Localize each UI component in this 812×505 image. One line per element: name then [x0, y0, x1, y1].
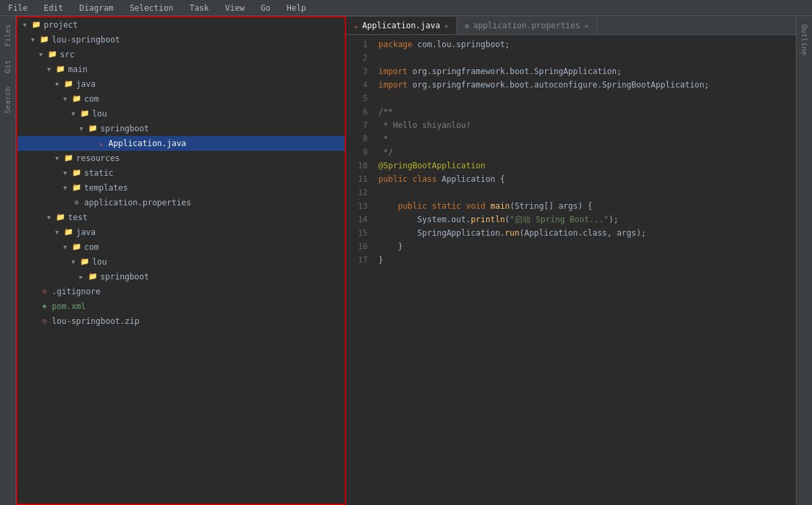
tab-close-application-java[interactable]: ✕	[444, 22, 448, 30]
menu-edit[interactable]: Edit	[41, 2, 66, 14]
main-layout: Files Git Search ▼ 📁 project ▼ 📁 lou-spr…	[0, 16, 812, 505]
gitignore-icon: ◇	[39, 286, 50, 297]
folder-icon-test-java: 📁	[63, 227, 74, 238]
folder-icon-com: 📁	[71, 94, 82, 104]
right-sidebar: Outline	[796, 16, 812, 505]
tree-item-resources[interactable]: ▼ 📁 resources	[18, 151, 345, 166]
tree-item-test-com[interactable]: ▼ 📁 com	[18, 240, 345, 255]
tree-item-src[interactable]: ▼ 📁 src	[18, 47, 345, 62]
folder-icon-main: 📁	[55, 64, 66, 75]
label-src: src	[60, 50, 75, 59]
tab-java-icon: ☕	[354, 22, 358, 30]
tree-item-pom[interactable]: ◈ pom.xml	[18, 299, 345, 314]
menu-task[interactable]: Task	[187, 2, 211, 14]
menu-view[interactable]: View	[222, 2, 247, 14]
folder-icon-lou: 📁	[79, 108, 90, 119]
arrow-test-lou: ▼	[71, 259, 79, 265]
folder-icon-test-com: 📁	[71, 242, 82, 252]
tab-application-properties[interactable]: ⚙ application.properties ✕	[457, 17, 597, 34]
folder-icon-springboot: 📁	[88, 123, 98, 134]
tree-item-lou[interactable]: ▼ 📁 lou	[18, 106, 345, 121]
label-springboot: springboot	[100, 124, 149, 133]
zip-icon: ◇	[39, 316, 50, 327]
arrow-main: ▼	[47, 66, 55, 73]
tab-application-java[interactable]: ☕ Application.java ✕	[346, 17, 457, 34]
arrow-project: ▼	[23, 22, 31, 28]
java-icon-application: ☕	[96, 138, 106, 149]
sidebar-icons: Files Git Search	[0, 16, 16, 505]
folder-icon-src: 📁	[47, 49, 58, 60]
arrow-zip	[31, 318, 39, 325]
tree-item-application-properties[interactable]: ⚙ application.properties	[18, 195, 345, 210]
folder-icon-static: 📁	[71, 168, 82, 178]
tree-item-application-java[interactable]: ☕ Application.java	[18, 136, 345, 151]
tree-item-test-java[interactable]: ▼ 📁 java	[18, 225, 345, 240]
label-pom: pom.xml	[52, 302, 86, 311]
label-application-java: Application.java	[108, 139, 187, 148]
tree-item-java[interactable]: ▼ 📁 java	[18, 77, 345, 92]
tree-item-springboot[interactable]: ▼ 📁 springboot	[18, 121, 345, 136]
tree-item-test-springboot[interactable]: ▶ 📁 springboot	[18, 269, 345, 284]
tab-close-application-properties[interactable]: ✕	[584, 22, 588, 30]
folder-icon-test: 📁	[55, 212, 66, 223]
arrow-test-java: ▼	[55, 229, 63, 236]
menubar: File Edit Diagram Selection Task View Go…	[0, 0, 812, 16]
arrow-pom	[31, 303, 39, 310]
arrow-static: ▼	[63, 170, 71, 176]
tree-item-main[interactable]: ▼ 📁 main	[18, 62, 345, 77]
outline-label[interactable]: Outline	[799, 19, 810, 61]
tree-item-test[interactable]: ▼ 📁 test	[18, 210, 345, 225]
tab-label-application-java: Application.java	[362, 21, 440, 30]
menu-selection[interactable]: Selection	[127, 2, 176, 14]
arrow-test: ▼	[47, 214, 55, 221]
sidebar-git-icon[interactable]: Git	[2, 55, 13, 79]
menu-go[interactable]: Go	[258, 2, 273, 14]
editor-tabs: ☕ Application.java ✕ ⚙ application.prope…	[346, 16, 796, 35]
folder-icon-test-springboot: 📁	[88, 271, 98, 282]
file-tree-panel: ▼ 📁 project ▼ 📁 lou-springboot ▼ 📁 src ▼…	[16, 16, 346, 505]
label-static: static	[84, 168, 113, 178]
label-com: com	[84, 94, 99, 104]
arrow-src: ▼	[39, 51, 47, 58]
pom-icon: ◈	[39, 301, 50, 312]
arrow-test-com: ▼	[63, 244, 71, 250]
tree-item-test-lou[interactable]: ▼ 📁 lou	[18, 255, 345, 269]
code-content[interactable]: package com.lou.springboot; import org.s…	[373, 35, 796, 505]
menu-file[interactable]: File	[5, 2, 30, 14]
folder-icon-java: 📁	[63, 79, 74, 90]
folder-icon-resources: 📁	[63, 153, 74, 164]
arrow-lou-springboot: ▼	[31, 36, 39, 43]
sidebar-files-icon[interactable]: Files	[2, 19, 13, 52]
label-zip: lou-springboot.zip	[52, 316, 139, 326]
arrow-lou: ▼	[71, 110, 79, 117]
folder-icon-project: 📁	[31, 20, 42, 30]
label-project: project	[44, 20, 78, 30]
label-test-java: java	[76, 228, 96, 237]
label-test-lou: lou	[92, 257, 107, 267]
label-application-properties: application.properties	[84, 198, 191, 207]
tree-item-lou-springboot[interactable]: ▼ 📁 lou-springboot	[18, 32, 345, 47]
label-lou-springboot: lou-springboot	[52, 35, 120, 44]
arrow-templates: ▼	[63, 184, 71, 191]
tree-item-gitignore[interactable]: ◇ .gitignore	[18, 284, 345, 299]
tree-item-com[interactable]: ▼ 📁 com	[18, 92, 345, 106]
label-lou: lou	[92, 109, 107, 119]
arrow-springboot: ▼	[79, 125, 88, 132]
tree-item-project[interactable]: ▼ 📁 project	[18, 18, 345, 32]
arrow-application-properties	[63, 199, 71, 206]
tree-item-zip[interactable]: ◇ lou-springboot.zip	[18, 314, 345, 329]
sidebar-search-icon[interactable]: Search	[2, 81, 13, 119]
folder-icon-templates: 📁	[71, 182, 82, 193]
tree-item-templates[interactable]: ▼ 📁 templates	[18, 180, 345, 195]
arrow-java: ▼	[55, 81, 63, 88]
tree-item-static[interactable]: ▼ 📁 static	[18, 166, 345, 180]
menu-diagram[interactable]: Diagram	[77, 2, 116, 14]
label-test: test	[68, 213, 88, 222]
label-java: java	[76, 79, 96, 89]
label-test-com: com	[84, 242, 99, 252]
menu-help[interactable]: Help	[284, 2, 309, 14]
arrow-test-springboot: ▶	[79, 273, 88, 280]
arrow-gitignore	[31, 288, 39, 295]
editor-panel: ☕ Application.java ✕ ⚙ application.prope…	[346, 16, 796, 505]
label-main: main	[68, 65, 88, 74]
